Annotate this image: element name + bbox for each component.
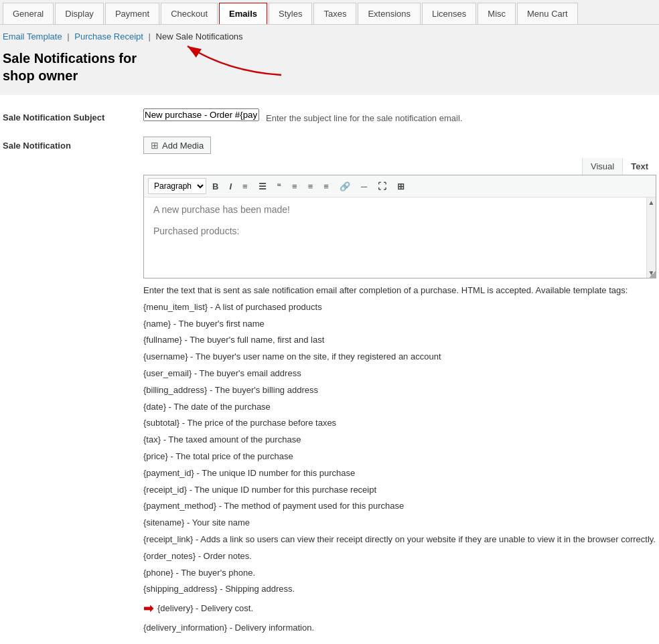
tag-line-11: {receipt_id} - The unique ID number for … [143, 483, 656, 497]
bold-button[interactable]: B [208, 179, 223, 194]
tab-licenses[interactable]: Licenses [422, 3, 476, 24]
tag-line-14: {receipt_link} - Adds a link so users ca… [143, 533, 656, 547]
tab-checkout[interactable]: Checkout [161, 3, 218, 24]
editor-view-toggle: Visual Text [143, 158, 656, 175]
breadcrumb-separator-2: | [149, 31, 151, 42]
ordered-list-button[interactable]: ☰ [254, 179, 271, 194]
tab-display[interactable]: Display [55, 3, 104, 24]
editor-resize-handle[interactable] [649, 271, 656, 278]
breadcrumb: Email Template | Purchase Receipt | New … [0, 25, 659, 47]
align-right-button[interactable]: ≡ [319, 179, 334, 194]
breadcrumb-current: New Sale Notifications [156, 31, 243, 42]
tag-line-0: {menu_item_list} - A list of purchased p… [143, 301, 656, 315]
tab-menu-cart[interactable]: Menu Cart [517, 3, 578, 24]
tag-line-6: {date} - The date of the purchase [143, 400, 656, 414]
tag-line-16: {phone} - The buyer's phone. [143, 566, 656, 580]
scroll-up-arrow[interactable]: ▲ [648, 199, 655, 206]
tag-line-5: {billing_address} - The buyer's billing … [143, 384, 656, 398]
tab-emails[interactable]: Emails [219, 3, 267, 24]
notification-label: Sale Notification [3, 137, 143, 151]
align-left-button[interactable]: ≡ [287, 179, 302, 194]
tag-line-1: {name} - The buyer's first name [143, 317, 656, 331]
tab-styles[interactable]: Styles [269, 3, 312, 24]
tag-line-2: {fullname} - The buyer's full name, firs… [143, 333, 656, 347]
editor-toolbar: Paragraph B I ≡ ☰ “ ≡ ≡ ≡ 🔗 ─ ⛶ ⊞ [144, 175, 656, 197]
tag-line-7: {subtotal} - The price of the purchase b… [143, 416, 656, 430]
notification-row: Sale Notification ⊞ Add Media Visual Tex… [0, 130, 659, 644]
editor-line-1: A new purchase has been made! [153, 204, 642, 215]
unordered-list-button[interactable]: ≡ [238, 179, 252, 194]
page-title: Sale Notifications for shop owner [0, 47, 659, 95]
tag-line-3: {username} - The buyer's user name on th… [143, 350, 656, 364]
notification-editor-area: ⊞ Add Media Visual Text Paragraph B I ≡ [143, 137, 656, 638]
align-center-button[interactable]: ≡ [303, 179, 318, 194]
italic-button[interactable]: I [224, 179, 236, 194]
description-area: Enter the text that is sent as sale noti… [143, 284, 656, 635]
main-content: Sale Notification Subject Enter the subj… [0, 95, 659, 644]
editor-container: Paragraph B I ≡ ☰ “ ≡ ≡ ≡ 🔗 ─ ⛶ ⊞ [143, 175, 656, 278]
editor-scrollbar[interactable]: ▲ ▼ [646, 197, 656, 278]
tab-payment[interactable]: Payment [105, 3, 159, 24]
fullscreen-button[interactable]: ⛶ [373, 179, 391, 194]
tag-line-15: {order_notes} - Order notes. [143, 550, 656, 564]
tag-line-10: {payment_id} - The unique ID number for … [143, 467, 656, 481]
breadcrumb-purchase-receipt[interactable]: Purchase Receipt [74, 31, 143, 42]
editor-line-2: Purchased products: [153, 226, 642, 236]
tag-line-12: {payment_method} - The method of payment… [143, 499, 656, 513]
paragraph-select[interactable]: Paragraph [148, 178, 206, 194]
tab-general[interactable]: General [3, 3, 54, 24]
subject-label: Sale Notification Subject [3, 108, 143, 123]
breadcrumb-separator-1: | [67, 31, 69, 42]
tag-line-8: {tax} - The taxed amount of the purchase [143, 433, 656, 447]
tag-line-9: {price} - The total price of the purchas… [143, 450, 656, 464]
tab-misc[interactable]: Misc [478, 3, 516, 24]
tab-extensions[interactable]: Extensions [358, 3, 421, 24]
tab-taxes[interactable]: Taxes [313, 3, 356, 24]
editor-body[interactable]: A new purchase has been made! Purchased … [144, 197, 656, 278]
tag-line-19: {delivery_information} - Delivery inform… [143, 621, 656, 635]
description-intro: Enter the text that is sent as sale noti… [143, 284, 656, 298]
top-nav: General Display Payment Checkout Emails … [0, 0, 659, 25]
add-media-button[interactable]: ⊞ Add Media [143, 137, 211, 154]
delivery-text: {delivery} - Delivery cost. [157, 602, 253, 616]
subject-field-area: Enter the subject line for the sale noti… [143, 108, 462, 123]
breadcrumb-email-template[interactable]: Email Template [3, 31, 62, 42]
tag-line-4: {user_email} - The buyer's email address [143, 367, 656, 381]
horizontal-rule-button[interactable]: ─ [356, 179, 372, 194]
text-button[interactable]: Text [622, 158, 656, 175]
tags-list: {menu_item_list} - A list of purchased p… [143, 301, 656, 635]
tag-line-18: ➡{delivery} - Delivery cost. [143, 599, 656, 619]
tag-line-13: {sitename} - Your site name [143, 516, 656, 530]
subject-input[interactable] [143, 108, 259, 121]
visual-button[interactable]: Visual [582, 158, 622, 175]
table-button[interactable]: ⊞ [392, 179, 409, 194]
add-media-icon: ⊞ [151, 140, 159, 151]
link-button[interactable]: 🔗 [335, 179, 355, 194]
add-media-label: Add Media [162, 141, 204, 151]
delivery-arrow: ➡ [143, 599, 153, 619]
blockquote-button[interactable]: “ [273, 179, 287, 194]
subject-hint: Enter the subject line for the sale noti… [266, 108, 462, 123]
editor-body-wrapper: A new purchase has been made! Purchased … [144, 197, 656, 278]
delivery-highlighted-line: ➡{delivery} - Delivery cost. [143, 599, 656, 619]
subject-row: Sale Notification Subject Enter the subj… [0, 102, 659, 130]
tag-line-17: {shipping_address} - Shipping address. [143, 582, 656, 596]
